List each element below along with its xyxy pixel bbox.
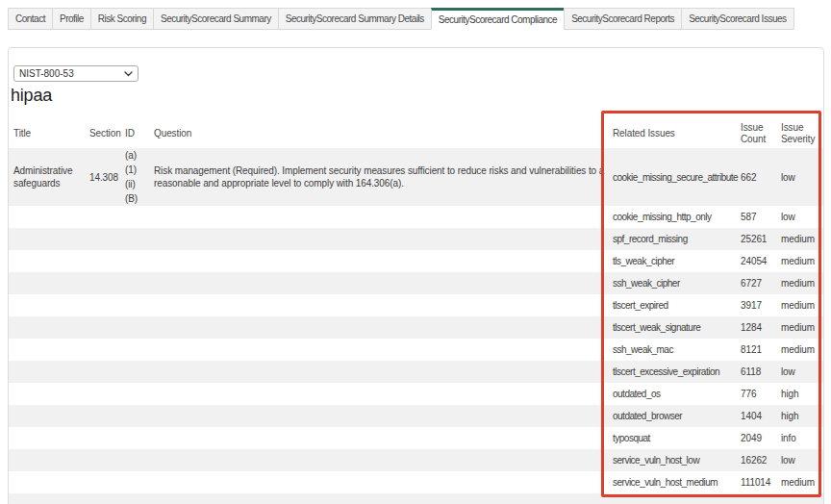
cell-empty (120, 228, 149, 250)
table-row: ssh_weak_mac 8121 medium (9, 339, 823, 361)
cell-issue-severity: low (776, 361, 823, 383)
cell-issue-severity: medium (776, 316, 823, 339)
cell-empty (149, 228, 608, 250)
cell-issue-count: 6727 (736, 272, 776, 294)
tab-securityscorecard-compliance[interactable]: SecurityScorecard Compliance (431, 8, 565, 30)
cell-empty (9, 206, 85, 228)
cell-empty (9, 294, 85, 316)
cell-empty (85, 449, 120, 471)
cell-empty (85, 228, 120, 250)
cell-empty (9, 493, 823, 504)
tab-contact[interactable]: Contact (8, 8, 53, 30)
cell-empty (120, 316, 149, 339)
cell-issue-count: 8121 (736, 339, 776, 361)
cell-issue-severity: medium (776, 250, 823, 272)
cell-empty (9, 471, 85, 493)
tab-securityscorecard-reports[interactable]: SecurityScorecard Reports (564, 8, 682, 30)
cell-empty (85, 206, 120, 228)
table-row: tlscert_weak_signature 1284 medium (9, 316, 823, 339)
table-row: tlscert_expired 3917 medium (9, 294, 823, 316)
table-row: service_vuln_host_medium 111014 medium (9, 471, 823, 493)
cell-issue-name: ssh_weak_cipher (608, 272, 736, 294)
cell-empty (9, 339, 85, 361)
cell-issue-count: 587 (736, 206, 776, 228)
header-related-issues: Related Issues (608, 118, 736, 148)
cell-issue-name: tlscert_excessive_expiration (608, 361, 736, 383)
cell-issue-name: service_vuln_host_low (608, 449, 736, 471)
cell-issue-severity: high (776, 383, 823, 405)
cell-empty (149, 361, 608, 383)
cell-issue-count: 662 (736, 148, 776, 206)
cell-empty (120, 449, 149, 471)
cell-issue-name: outdated_os (608, 383, 736, 405)
cell-empty (85, 427, 120, 449)
framework-select-value: NIST-800-53 (19, 68, 124, 79)
cell-empty (149, 316, 608, 339)
cell-empty (149, 339, 608, 361)
cell-issue-name: spf_record_missing (608, 228, 736, 250)
framework-select[interactable]: NIST-800-53 (13, 65, 138, 82)
tab-securityscorecard-issues[interactable]: SecurityScorecard Issues (681, 8, 793, 30)
cell-issue-count: 776 (736, 383, 776, 405)
cell-empty (85, 361, 120, 383)
cell-issue-name: tlscert_expired (608, 294, 736, 316)
cell-empty (120, 471, 149, 493)
header-title: Title (9, 118, 85, 148)
tab-securityscorecard-summary-details[interactable]: SecurityScorecard Summary Details (278, 8, 432, 30)
table-row: spf_record_missing 25261 medium (9, 228, 823, 250)
cell-issue-severity: info (776, 427, 823, 449)
cell-issue-severity: medium (776, 294, 823, 316)
cell-empty (149, 272, 608, 294)
cell-empty (149, 449, 608, 471)
compliance-panel: NIST-800-53 hipaa Title Section ID Quest… (8, 47, 824, 504)
cell-empty (9, 228, 85, 250)
cell-empty (120, 405, 149, 427)
cell-issue-name: outdated_browser (608, 405, 736, 427)
tab-securityscorecard-summary[interactable]: SecurityScorecard Summary (153, 8, 279, 30)
cell-empty (85, 294, 120, 316)
cell-issue-name: typosquat (608, 427, 736, 449)
cell-issue-severity: medium (776, 228, 823, 250)
cell-empty (9, 383, 85, 405)
cell-id: (a) (1) (ii) (B) (120, 148, 149, 206)
compliance-table: Title Section ID Question Related Issues… (9, 118, 823, 504)
cell-empty (149, 471, 608, 493)
cell-issue-name: tlscert_weak_signature (608, 316, 736, 339)
table-row: Administrative safeguards 14.308 (a) (1)… (9, 148, 823, 206)
cell-empty (85, 250, 120, 272)
cell-issue-severity: low (776, 206, 823, 228)
table-row: service_vuln_host_low 16262 low (9, 449, 823, 471)
tab-risk-scoring[interactable]: Risk Scoring (90, 8, 154, 30)
cell-empty (149, 427, 608, 449)
table-row: ssh_weak_cipher 6727 medium (9, 272, 823, 294)
table-row: tls_weak_cipher 24054 medium (9, 250, 823, 272)
cell-title: Administrative safeguards (9, 148, 85, 206)
tab-profile[interactable]: Profile (52, 8, 91, 30)
cell-empty (9, 361, 85, 383)
id-line: (1) (125, 163, 149, 177)
cell-issue-count: 2049 (736, 427, 776, 449)
cell-empty (85, 383, 120, 405)
cell-empty (120, 206, 149, 228)
cell-issue-count: 3917 (736, 294, 776, 316)
cell-empty (149, 206, 608, 228)
id-line: (a) (125, 148, 149, 163)
cell-issue-count: 25261 (736, 228, 776, 250)
cell-empty (85, 272, 120, 294)
cell-issue-severity: high (776, 405, 823, 427)
cell-issue-severity: medium (776, 272, 823, 294)
cell-issue-name: service_vuln_host_medium (608, 471, 736, 493)
cell-empty (120, 339, 149, 361)
header-issue-severity: Issue Severity (776, 118, 823, 148)
cell-empty (9, 250, 85, 272)
cell-empty (149, 405, 608, 427)
table-row: cookie_missing_http_only 587 low (9, 206, 823, 228)
table-row: outdated_os 776 high (9, 383, 823, 405)
cell-issue-name: cookie_missing_http_only (608, 206, 736, 228)
table-row: tlscert_excessive_expiration 6118 low (9, 361, 823, 383)
cell-empty (85, 471, 120, 493)
cell-empty (120, 383, 149, 405)
cell-issue-count: 1404 (736, 405, 776, 427)
cell-empty (85, 339, 120, 361)
cell-empty (120, 272, 149, 294)
